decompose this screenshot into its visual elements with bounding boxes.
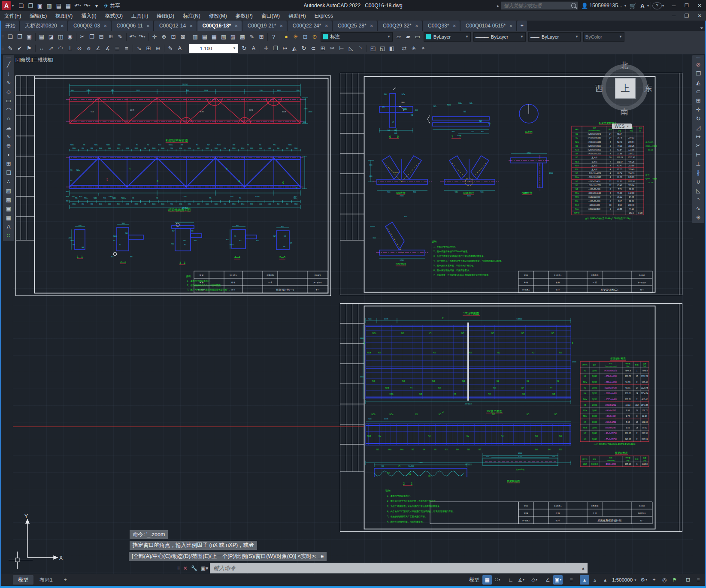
- tab-overflow-icon[interactable]: ⏷: [700, 26, 703, 31]
- graphics-icon[interactable]: ⚑: [670, 575, 679, 585]
- polygon-icon[interactable]: ◇: [3, 87, 14, 96]
- viewcube[interactable]: 北 西 东 南 上: [598, 62, 651, 118]
- erase-icon[interactable]: ⊘: [693, 60, 703, 69]
- rotate-icon[interactable]: ↻: [300, 44, 308, 53]
- offset-icon[interactable]: ⊂: [693, 87, 703, 96]
- help-menu-arrow-icon[interactable]: ▾: [662, 4, 664, 8]
- dim-edit-icon[interactable]: ✎: [166, 44, 175, 53]
- menu-9[interactable]: 参数(P): [231, 11, 257, 21]
- share-label[interactable]: 共享: [110, 2, 120, 9]
- hatch-icon[interactable]: ▨: [3, 186, 14, 195]
- user-menu-arrow-icon[interactable]: ▾: [624, 4, 626, 8]
- fillet-icon[interactable]: ◝: [356, 44, 365, 53]
- command-close-icon[interactable]: ✕: [183, 565, 188, 571]
- dim-continue-icon[interactable]: ≡: [122, 44, 131, 53]
- maximize-button[interactable]: ☐: [680, 3, 693, 9]
- gradient-icon[interactable]: ▩: [3, 195, 14, 204]
- polar-icon[interactable]: ∡▾: [516, 575, 526, 585]
- copy-icon[interactable]: ❐: [693, 69, 703, 78]
- autodesk-menu-arrow-icon[interactable]: ▾: [647, 4, 649, 8]
- stretch-icon[interactable]: ↦: [281, 44, 289, 53]
- osnap-icon[interactable]: ▣▾: [553, 575, 563, 585]
- table-icon[interactable]: ▦: [3, 213, 14, 222]
- palette-grip[interactable]: ▪▪▪▪: [696, 56, 700, 59]
- search-collapse-icon[interactable]: ▸: [497, 3, 499, 8]
- autodesk-icon[interactable]: A: [638, 1, 647, 10]
- leader-icon[interactable]: ↘: [135, 44, 143, 53]
- doc-minimize-button[interactable]: ─: [667, 11, 680, 21]
- tab-close-icon[interactable]: ✕: [324, 24, 328, 28]
- line-icon[interactable]: ╱: [3, 60, 14, 69]
- color-combo[interactable]: ByLayer▼: [424, 32, 471, 42]
- app-store-icon[interactable]: 🛒: [629, 1, 637, 10]
- revision-cloud-icon[interactable]: ☁: [3, 123, 14, 132]
- search-icon[interactable]: [571, 3, 576, 8]
- dim-check-icon[interactable]: ✔: [15, 44, 24, 53]
- model-tab[interactable]: 模型: [13, 575, 33, 585]
- tab-close-icon[interactable]: ✕: [370, 24, 373, 28]
- cut-icon[interactable]: ✂: [78, 32, 87, 41]
- zoom-window-icon[interactable]: ⊡: [169, 32, 178, 41]
- menu-4[interactable]: 格式(O): [101, 11, 127, 21]
- tab-close-icon[interactable]: ✕: [452, 24, 456, 28]
- dim-ordinate-icon[interactable]: ⊥: [66, 44, 74, 53]
- command-expand-icon[interactable]: ▲: [581, 566, 585, 570]
- annotation-scale-value[interactable]: 1:500000▼: [612, 577, 637, 582]
- file-tab-开始[interactable]: 开始: [0, 21, 19, 31]
- tab-close-icon[interactable]: ✕: [415, 24, 418, 28]
- pan-icon[interactable]: ✛: [150, 32, 159, 41]
- command-recent-icon[interactable]: ▣▾: [201, 565, 208, 571]
- array-icon[interactable]: ⊞: [693, 96, 703, 105]
- annotation-visibility-icon[interactable]: ▴: [580, 575, 589, 585]
- design-center-icon[interactable]: ▧: [219, 32, 228, 41]
- paste-icon[interactable]: ⊟: [97, 32, 106, 41]
- break-point-icon[interactable]: ⊥: [693, 159, 703, 168]
- help-icon[interactable]: ?: [270, 32, 278, 41]
- share-icon[interactable]: ✈: [104, 3, 109, 9]
- copy-icon[interactable]: ❐: [271, 44, 280, 53]
- dim-update-icon[interactable]: ↻: [240, 44, 248, 53]
- command-grip[interactable]: ⣿: [177, 566, 180, 570]
- make-block-icon[interactable]: ❏: [3, 168, 14, 177]
- tab-close-icon[interactable]: ✕: [234, 24, 238, 28]
- file-tab-C00Q25-28[interactable]: C00Q25-28*✕: [333, 21, 377, 31]
- search-input[interactable]: [503, 3, 570, 9]
- mtext-icon[interactable]: A: [3, 222, 14, 231]
- command-input[interactable]: 键入命令 ▲: [210, 563, 588, 573]
- tab-close-icon[interactable]: ✕: [61, 24, 64, 28]
- workspace-gear-icon[interactable]: ⚙▾: [639, 575, 648, 585]
- menu-8[interactable]: 修改(M): [205, 11, 231, 21]
- sheet-set-icon[interactable]: ▩: [238, 32, 247, 41]
- point-style-icon[interactable]: ∷: [3, 231, 14, 240]
- layer-match-icon[interactable]: ▰: [404, 32, 412, 41]
- layout1-tab[interactable]: 布局1: [34, 575, 58, 585]
- search-box[interactable]: [501, 1, 578, 10]
- viewcube-west[interactable]: 西: [595, 83, 603, 94]
- 3d-move-icon[interactable]: ◓: [419, 44, 427, 53]
- fillet-icon[interactable]: ◝: [693, 195, 703, 204]
- file-tab-C00Q16-18[interactable]: C00Q16-18*✕: [197, 21, 242, 31]
- annotation-scale-icon[interactable]: ▴: [600, 575, 610, 585]
- save-icon[interactable]: ▣: [25, 32, 33, 41]
- spline-icon[interactable]: ∿: [3, 132, 14, 141]
- snap-icon[interactable]: ∷▾: [493, 575, 502, 585]
- subtract-icon[interactable]: ◱: [378, 44, 387, 53]
- layer-make-current-icon[interactable]: ▱: [394, 32, 403, 41]
- new-icon[interactable]: ❏: [6, 32, 15, 41]
- layer-on-icon[interactable]: ●: [282, 32, 291, 41]
- trim-icon[interactable]: ✂: [693, 141, 703, 150]
- offset-icon[interactable]: ⊂: [309, 44, 318, 53]
- circle-icon[interactable]: ○: [3, 114, 14, 123]
- stretch-icon[interactable]: ↦: [693, 132, 703, 141]
- dim-quick-icon[interactable]: ∡: [103, 44, 112, 53]
- viewport-controls[interactable]: [-][俯视][二维线框]: [15, 57, 53, 63]
- isolate-icon[interactable]: ◎: [660, 575, 669, 585]
- dim-style-icon[interactable]: ✎: [6, 44, 15, 53]
- viewcube-east[interactable]: 东: [644, 83, 652, 94]
- ellipse-arc-icon[interactable]: ◖: [3, 150, 14, 159]
- mirror-icon[interactable]: ◭: [290, 44, 299, 53]
- layer-combo[interactable]: 标注 ▼: [321, 32, 393, 42]
- close-button[interactable]: ✕: [693, 3, 706, 9]
- properties-icon[interactable]: ▦: [210, 32, 218, 41]
- union-icon[interactable]: ◰: [369, 44, 377, 53]
